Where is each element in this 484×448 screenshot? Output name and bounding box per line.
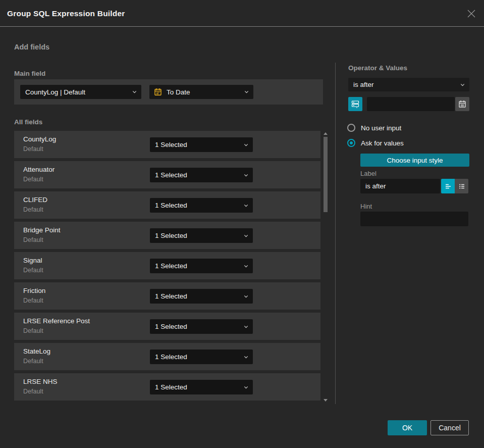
calendar-icon <box>458 100 466 108</box>
field-selected-dropdown[interactable]: 1 Selected <box>150 289 253 304</box>
field-row: Bridge Point Default 1 Selected <box>14 222 320 249</box>
field-selected-dropdown[interactable]: 1 Selected <box>150 319 253 334</box>
chevron-down-icon <box>243 233 249 238</box>
field-row: LRSE NHS Default 1 Selected <box>14 373 320 401</box>
align-left-icon <box>444 182 452 190</box>
chevron-down-icon <box>243 293 249 299</box>
field-row: StateLog Default 1 Selected <box>14 343 320 370</box>
value-input[interactable] <box>367 97 455 111</box>
label-input[interactable] <box>360 179 440 193</box>
field-subtitle: Default <box>23 297 43 304</box>
calendar-icon <box>154 88 162 96</box>
field-row: LRSE Reference Post Default 1 Selected <box>14 313 320 340</box>
radio-label: No user input <box>361 124 401 132</box>
field-selected-value: 1 Selected <box>155 262 187 270</box>
field-selected-value: 1 Selected <box>155 323 187 330</box>
chevron-down-icon <box>243 354 249 360</box>
field-selected-dropdown[interactable]: 1 Selected <box>150 198 253 213</box>
add-fields-heading: Add fields <box>14 43 49 51</box>
field-selected-value: 1 Selected <box>155 353 187 361</box>
field-row: CountyLog Default 1 Selected <box>14 131 320 158</box>
date-picker-button[interactable] <box>455 97 469 111</box>
operator-dropdown-value: is after <box>353 81 374 88</box>
value-list-picker-button[interactable] <box>348 97 362 111</box>
close-button[interactable] <box>465 8 477 20</box>
single-line-style-button[interactable] <box>441 179 455 193</box>
field-subtitle: Default <box>23 206 43 213</box>
list-style-button[interactable] <box>455 179 468 193</box>
panel-divider <box>335 63 336 404</box>
all-fields-label: All fields <box>14 118 42 126</box>
radio-circle-icon <box>347 124 355 132</box>
scrollbar-thumb[interactable] <box>324 137 328 212</box>
field-type-dropdown-value: To Date <box>167 88 190 96</box>
field-name: Friction <box>23 287 45 294</box>
field-name: Signal <box>23 257 42 264</box>
field-selected-value: 1 Selected <box>155 232 187 239</box>
chevron-down-icon <box>243 203 249 208</box>
operator-values-label: Operator & Values <box>348 64 407 72</box>
field-type-dropdown[interactable]: To Date <box>149 85 253 99</box>
scroll-up-icon[interactable] <box>324 132 328 135</box>
radio-no-user-input[interactable]: No user input <box>347 124 401 132</box>
field-subtitle: Default <box>23 388 43 395</box>
field-row: Friction Default 1 Selected <box>14 282 320 310</box>
stacked-values-icon <box>351 99 360 109</box>
field-selected-value: 1 Selected <box>155 171 187 179</box>
chevron-down-icon <box>243 172 249 178</box>
chevron-down-icon <box>243 384 249 390</box>
field-subtitle: Default <box>23 358 43 365</box>
main-field-dropdown[interactable]: CountyLog | Default <box>20 85 141 99</box>
field-row: Signal Default 1 Selected <box>14 252 320 279</box>
label-field-label: Label <box>360 170 377 177</box>
dialog-title: Group SQL Expression Builder <box>7 0 125 27</box>
field-row: CLIFED Default 1 Selected <box>14 191 320 219</box>
field-name: LRSE Reference Post <box>23 317 90 325</box>
field-selected-dropdown[interactable]: 1 Selected <box>150 228 253 243</box>
scroll-down-icon[interactable] <box>324 399 328 402</box>
field-selected-dropdown[interactable]: 1 Selected <box>150 168 253 182</box>
field-name: CountyLog <box>23 135 56 143</box>
chevron-down-icon <box>243 324 249 329</box>
radio-ask-for-values[interactable]: Ask for values <box>347 139 404 147</box>
main-field-label: Main field <box>14 70 45 77</box>
field-subtitle: Default <box>23 327 43 334</box>
hint-input[interactable] <box>360 212 468 226</box>
field-subtitle: Default <box>23 145 43 153</box>
field-selected-dropdown[interactable]: 1 Selected <box>150 350 253 364</box>
field-selected-dropdown[interactable]: 1 Selected <box>150 380 253 394</box>
field-subtitle: Default <box>23 267 43 274</box>
chevron-down-icon <box>244 89 249 95</box>
field-selected-value: 1 Selected <box>155 292 187 300</box>
cancel-button[interactable]: Cancel <box>431 420 469 435</box>
chevron-down-icon <box>243 142 249 147</box>
group-sql-expression-builder-dialog: Group SQL Expression Builder Add fields … <box>0 0 484 448</box>
field-selected-value: 1 Selected <box>155 383 187 391</box>
field-name: LRSE NHS <box>23 378 58 385</box>
field-subtitle: Default <box>23 176 43 183</box>
chevron-down-icon <box>243 263 249 269</box>
field-selected-dropdown[interactable]: 1 Selected <box>150 137 253 152</box>
field-selected-value: 1 Selected <box>155 202 187 209</box>
field-row: Attenuator Default 1 Selected <box>14 161 320 188</box>
field-name: Bridge Point <box>23 226 61 234</box>
main-field-panel: CountyLog | Default To Date <box>14 79 323 105</box>
field-name: CLIFED <box>23 196 47 204</box>
hint-field-label: Hint <box>360 203 372 210</box>
main-field-dropdown-value: CountyLog | Default <box>25 88 85 96</box>
field-name: Attenuator <box>23 166 55 173</box>
close-icon <box>467 9 476 18</box>
field-subtitle: Default <box>23 236 43 243</box>
radio-label: Ask for values <box>361 139 404 147</box>
field-selected-value: 1 Selected <box>155 141 187 148</box>
chevron-down-icon <box>132 89 137 95</box>
ok-button[interactable]: OK <box>388 420 427 435</box>
field-name: StateLog <box>23 347 50 355</box>
all-fields-list: CountyLog Default 1 Selected Attenuator … <box>14 131 320 404</box>
field-selected-dropdown[interactable]: 1 Selected <box>150 259 253 273</box>
operator-dropdown[interactable]: is after <box>348 78 469 91</box>
chevron-down-icon <box>460 82 465 87</box>
list-icon <box>458 182 466 190</box>
choose-input-style-button[interactable]: Choose input style <box>360 154 469 167</box>
title-bar: Group SQL Expression Builder <box>0 0 484 27</box>
